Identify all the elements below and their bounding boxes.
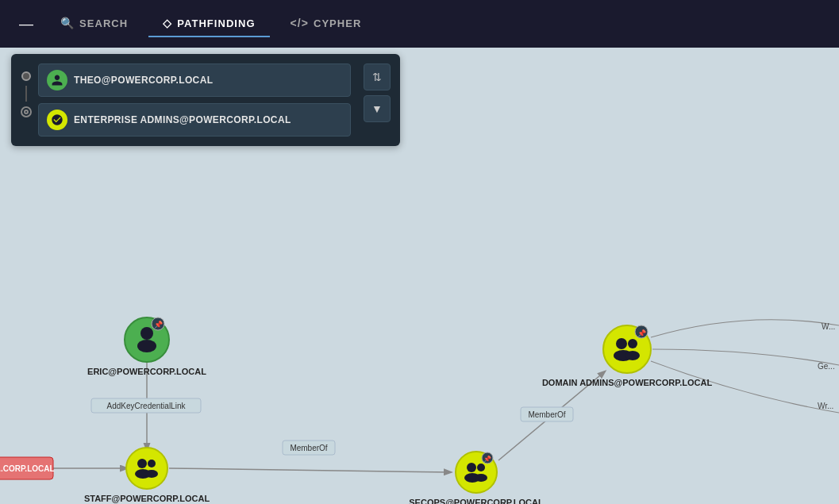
offscreen-label-2: Ge...: [818, 362, 835, 371]
svg-point-11: [475, 474, 487, 482]
staff-circle: [126, 448, 167, 489]
svg-point-0: [140, 327, 153, 340]
search-panel: THEO@POWERCORP.LOCAL ENTERPRISE ADMINS@P…: [11, 54, 400, 146]
source-node-input[interactable]: THEO@POWERCORP.LOCAL: [38, 63, 351, 97]
filter-button[interactable]: ▼: [364, 95, 391, 122]
svg-text:📌: 📌: [154, 320, 164, 329]
svg-point-15: [628, 339, 637, 348]
tab-pathfinding[interactable]: ◇ PATHFINDING: [148, 10, 269, 37]
edge-label-addkey: AddKeyCredentialLink: [107, 402, 187, 410]
svg-point-1: [137, 340, 156, 352]
tab-cypher[interactable]: </> CYPHER: [276, 10, 376, 37]
minimize-button[interactable]: —: [13, 13, 40, 36]
svg-point-5: [148, 460, 156, 467]
svg-point-8: [467, 463, 476, 472]
eric-label: ERIC@POWERCORP.LOCAL: [87, 367, 206, 376]
pathfinding-icon: ◇: [163, 17, 172, 29]
svg-point-14: [616, 338, 627, 349]
cypher-icon: </>: [291, 17, 309, 29]
target-node-input[interactable]: ENTERPRISE ADMINS@POWERCORP.LOCAL: [38, 103, 351, 137]
svg-point-7: [145, 470, 158, 478]
svg-text:📌: 📌: [483, 455, 491, 463]
target-node-icon: [47, 110, 67, 130]
truncated-node-label: ...CORP.LOCAL: [0, 464, 55, 473]
swap-button[interactable]: ⇅: [364, 63, 391, 90]
edge-label-memberof2: MemberOf: [528, 410, 565, 419]
action-buttons: ⇅ ▼: [364, 63, 391, 122]
search-tab-label: SEARCH: [79, 17, 128, 29]
svg-text:📌: 📌: [637, 329, 647, 338]
staff-label: STAFF@POWERCORP.LOCAL: [84, 494, 210, 503]
cypher-tab-label: CYPHER: [314, 17, 361, 29]
target-node-label: ENTERPRISE ADMINS@POWERCORP.LOCAL: [74, 114, 291, 125]
svg-point-4: [137, 459, 147, 468]
edge-label-memberof1: MemberOf: [290, 444, 327, 452]
search-icon: 🔍: [60, 17, 75, 29]
offscreen-label-1: W...: [822, 322, 835, 331]
svg-point-9: [477, 464, 485, 471]
source-node-label: THEO@POWERCORP.LOCAL: [74, 75, 213, 86]
source-node-icon: [47, 70, 67, 90]
source-dot: [21, 71, 31, 81]
svg-point-17: [625, 351, 640, 360]
topbar: — 🔍 SEARCH ◇ PATHFINDING </> CYPHER: [0, 0, 839, 48]
target-dot: [21, 106, 32, 117]
tab-search[interactable]: 🔍 SEARCH: [46, 10, 142, 37]
domain-admins-label: DOMAIN ADMINS@POWERCORP.LOCAL: [542, 378, 713, 387]
offscreen-label-3: Wr...: [818, 402, 833, 410]
secops-label: SECOPS@POWERCORP.LOCAL: [409, 498, 544, 504]
pathfinding-tab-label: PATHFINDING: [177, 17, 255, 29]
